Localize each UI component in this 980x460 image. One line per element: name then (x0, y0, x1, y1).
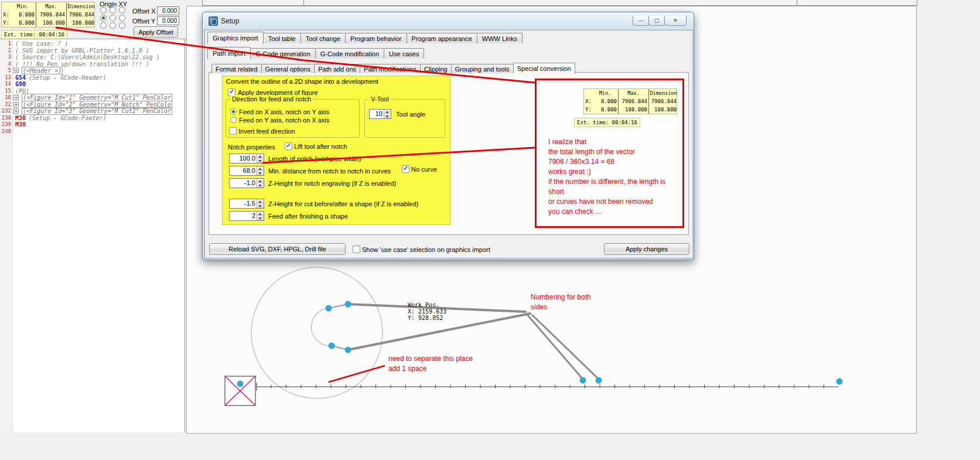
notch-properties-label: Notch properties (228, 144, 275, 151)
feed-after-value[interactable]: 2 (230, 212, 257, 220)
y-dimension: 100.000 (66, 19, 95, 27)
tab[interactable]: Tool table (263, 33, 301, 43)
col-header-min: Min. (592, 89, 618, 97)
spinner-icon[interactable] (257, 166, 264, 175)
gcode-editor[interactable]: 1 ( Use case: ? ) 2 ( SVG import by GRBL… (0, 39, 185, 432)
code-text: (<Figure Id="1" Geometry="M_Cut1" PenCol… (22, 94, 172, 101)
tab[interactable]: Clipping (420, 64, 452, 73)
z-cut-value[interactable]: -1.5 (230, 199, 257, 208)
code-text: M30 (15, 121, 26, 128)
tab[interactable]: Special conversion (513, 63, 575, 74)
origin-radio[interactable] (110, 7, 116, 13)
offset-x-label: Offset X (132, 8, 156, 15)
node-dot (237, 381, 244, 387)
tab[interactable]: Format related (211, 64, 262, 73)
origin-radio[interactable] (119, 7, 125, 13)
origin-radio[interactable] (110, 22, 116, 29)
spinner-icon[interactable] (257, 154, 264, 163)
tab-label: Path add ons (318, 66, 356, 73)
x-dimension: 7906.844 (66, 11, 95, 19)
notch-length-value[interactable]: 100.0 (230, 154, 257, 163)
origin-radio[interactable] (100, 22, 107, 29)
z-cut-stepper[interactable]: -1.5 (229, 199, 264, 209)
lift-tool-checkbox[interactable] (285, 142, 292, 150)
annotation-line: short (548, 188, 665, 197)
spinner-icon[interactable] (257, 212, 264, 220)
feed-y-radio[interactable] (230, 117, 237, 123)
tab[interactable]: Grouping and tools (451, 64, 514, 73)
apply-offset-button[interactable]: Apply Offset (134, 26, 178, 38)
col-header-max: Max. (36, 2, 66, 11)
top-toolbar-fragment-2 (303, 0, 798, 6)
maximize-icon[interactable]: ▢ (648, 16, 665, 26)
path-options-tab-bar: Format related General options Path add … (211, 63, 575, 73)
tab[interactable]: Program behavior (345, 33, 407, 43)
annotation-line: sides (531, 302, 591, 312)
row-x-axis: X: (584, 97, 592, 105)
tool-angle-value[interactable]: 10 (370, 110, 384, 118)
tab[interactable]: G-Code generation (250, 48, 316, 59)
tab-label: Clipping (424, 66, 448, 73)
close-icon[interactable]: ✕ (664, 16, 687, 26)
node-dot (345, 347, 351, 353)
spinner-icon[interactable] (257, 199, 264, 208)
y-max: 100.000 (618, 105, 648, 114)
dialog-title[interactable]: Setup (221, 17, 239, 25)
notch-length-stepper[interactable]: 100.0 (229, 154, 264, 163)
fold-toggle-icon[interactable] (13, 102, 19, 107)
tool-angle-stepper[interactable]: 10 (369, 109, 391, 119)
reload-file-button[interactable]: Reload SVG, DXF, HPGL, Drill file (209, 243, 346, 255)
origin-radio[interactable] (100, 7, 107, 13)
tab[interactable]: G-Code modification (315, 48, 384, 59)
tab[interactable]: Program appearance (407, 33, 477, 43)
offset-x-input[interactable]: 0.000 (157, 6, 179, 15)
col-header-dimension: Dimension (66, 2, 95, 11)
annotation-line: Numbering for both (531, 292, 591, 302)
min-distance-stepper[interactable]: 68.0 (229, 166, 264, 176)
z-cut-label: Z-Height for cut before/after a shape (i… (268, 200, 418, 207)
tab[interactable]: Graphics import (207, 32, 264, 44)
fold-toggle-icon[interactable] (13, 108, 19, 114)
min-distance-label: Min. distance from notch to notch in cur… (268, 168, 391, 175)
origin-radio[interactable] (119, 22, 125, 29)
z-notch-stepper[interactable]: -1.0 (229, 178, 264, 188)
node-dot (596, 377, 602, 384)
annotation-line: add 1 space (388, 364, 473, 374)
tab[interactable]: Tool change (301, 33, 346, 43)
spinner-icon[interactable] (257, 179, 264, 188)
apply-changes-button[interactable]: Apply changes (604, 243, 689, 255)
fold-toggle-icon[interactable] (13, 95, 19, 100)
origin-radio[interactable] (110, 15, 116, 21)
x-max: 7906.844 (618, 97, 648, 105)
origin-radio[interactable] (100, 15, 107, 21)
code-line: 239 M30 (0, 121, 185, 128)
tab[interactable]: General options (261, 64, 315, 73)
invert-feed-checkbox[interactable] (229, 127, 237, 135)
tab[interactable]: Use cases (384, 48, 424, 59)
line-number: 3 (0, 54, 13, 61)
tab[interactable]: Path import (207, 47, 251, 59)
y-max: 100.000 (36, 19, 66, 27)
annotation-line: 7906 / 360x3.14 = 68 (548, 158, 665, 168)
min-distance-value[interactable]: 68.0 (230, 166, 257, 175)
z-notch-value[interactable]: -1.0 (230, 179, 257, 188)
col-header-max: Max. (618, 89, 648, 97)
minimize-icon[interactable]: — (633, 16, 649, 26)
code-line: 13 G54(Setup - GCode-Header) (0, 74, 185, 81)
origin-radio[interactable] (119, 15, 125, 21)
tab-label: Graphics import (213, 35, 258, 42)
fold-toggle-icon[interactable] (13, 68, 19, 73)
feed-after-stepper[interactable]: 2 (229, 211, 264, 221)
table-corner (584, 89, 592, 97)
tab[interactable]: WWW Links (477, 33, 523, 43)
spinner-icon[interactable] (384, 110, 391, 118)
no-curve-checkbox[interactable] (402, 165, 409, 173)
offset-y-label: Offset Y (132, 18, 155, 25)
row-y-axis: Y: (584, 105, 592, 114)
tab[interactable]: Path modifications (360, 64, 421, 73)
tab[interactable]: Path add ons (314, 64, 360, 73)
offset-y-input[interactable]: 0.000 (157, 16, 179, 25)
show-use-case-checkbox[interactable] (353, 246, 360, 253)
feed-x-radio[interactable] (230, 108, 237, 115)
annotation-line: I realize that (548, 138, 665, 148)
